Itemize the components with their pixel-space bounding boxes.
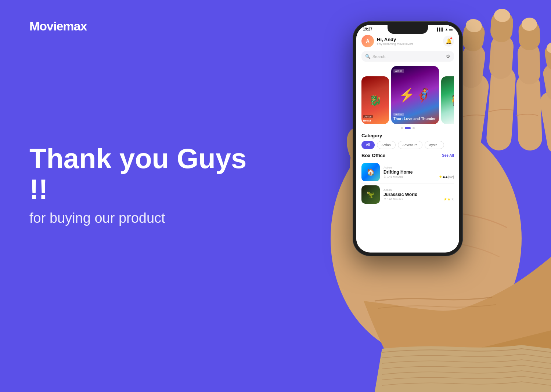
movie-thumbnail-1: 🏠 xyxy=(361,163,380,181)
featured-movie-3[interactable]: 🧍 xyxy=(441,76,454,124)
subtitle: for buying our product xyxy=(29,210,250,226)
app-header: A Hi, Andy only streaming movie lovers 🔔 xyxy=(361,35,454,47)
movie-title-2: Jurasssic World xyxy=(383,192,454,197)
featured-movie-genre: Action xyxy=(393,113,404,116)
dot-1 xyxy=(401,127,403,129)
dot-3 xyxy=(413,127,415,129)
search-bar[interactable]: 🔍 Search... ⚙ xyxy=(361,51,454,62)
movie-genre-2: Action xyxy=(383,188,454,192)
featured-movie-title: Thor: Love and Thunder xyxy=(393,117,437,121)
box-office-title: Box Office xyxy=(361,153,385,158)
pill-mystery[interactable]: Myste... xyxy=(425,141,444,149)
movie-title-1: Drifting Home xyxy=(383,170,454,175)
notification-bell[interactable]: 🔔 xyxy=(443,36,454,47)
movie-duration-2: ⏱ 148 Minutes xyxy=(383,197,403,201)
greeting-tagline: only streaming movie lovers xyxy=(377,42,413,46)
battery-icon: ▬ xyxy=(449,28,453,31)
wifi-icon: ▲ xyxy=(445,28,448,31)
movie-rating-2: ★ ★ ★ xyxy=(444,197,454,201)
greeting-name: Hi, Andy xyxy=(377,37,413,42)
search-icon: 🔍 xyxy=(365,54,371,59)
featured-movie-2[interactable]: ⚡🦸 Action Action Thor: Love and Thunder xyxy=(391,66,439,124)
movie-rating-1: ★ 4.4 (52) xyxy=(439,175,454,179)
movie-list-item-1[interactable]: 🏠 Action Drifting Home ⏱ 148 Minutes xyxy=(361,161,454,184)
notification-dot xyxy=(450,37,453,40)
signal-icon: ▌▌▌ xyxy=(437,28,444,31)
category-pills: All Action Adventure Myste... xyxy=(361,141,454,149)
movie-list-item-2[interactable]: 🦖 Action Jurasssic World ⏱ 148 Minutes xyxy=(361,184,454,206)
left-content: Thank you Guys !! for buying our product xyxy=(29,143,250,226)
movie-duration-1: ⏱ 148 Minutes xyxy=(383,175,403,178)
logo: Moviemax xyxy=(29,19,87,33)
see-all-button[interactable]: See All xyxy=(442,153,454,157)
svg-rect-11 xyxy=(516,73,542,151)
featured-movie-1[interactable]: 🐉 Action Beast xyxy=(361,76,389,124)
movie-thumbnail-2: 🦖 xyxy=(361,185,380,204)
status-time: 19:27 xyxy=(363,27,372,31)
movie-genre-1: Action xyxy=(383,166,454,169)
carousel-dots xyxy=(361,127,454,129)
pill-all[interactable]: All xyxy=(361,141,375,149)
pill-adventure[interactable]: Adventure xyxy=(398,141,422,149)
featured-carousel: 🐉 Action Beast ⚡🦸 Action xyxy=(361,66,454,124)
search-placeholder: Search... xyxy=(372,54,389,59)
box-office-header: Box Office See All xyxy=(361,153,454,158)
filter-icon[interactable]: ⚙ xyxy=(446,54,450,59)
category-title: Category xyxy=(361,133,454,138)
main-heading: Thank you Guys !! xyxy=(29,143,250,204)
phone-mockup: 19:27 ▌▌▌ ▲ ▬ A Hi, And xyxy=(353,21,463,256)
phone-notch xyxy=(388,25,428,34)
pill-action[interactable]: Action xyxy=(377,141,396,149)
avatar: A xyxy=(361,35,374,47)
dot-2-active xyxy=(405,127,411,129)
